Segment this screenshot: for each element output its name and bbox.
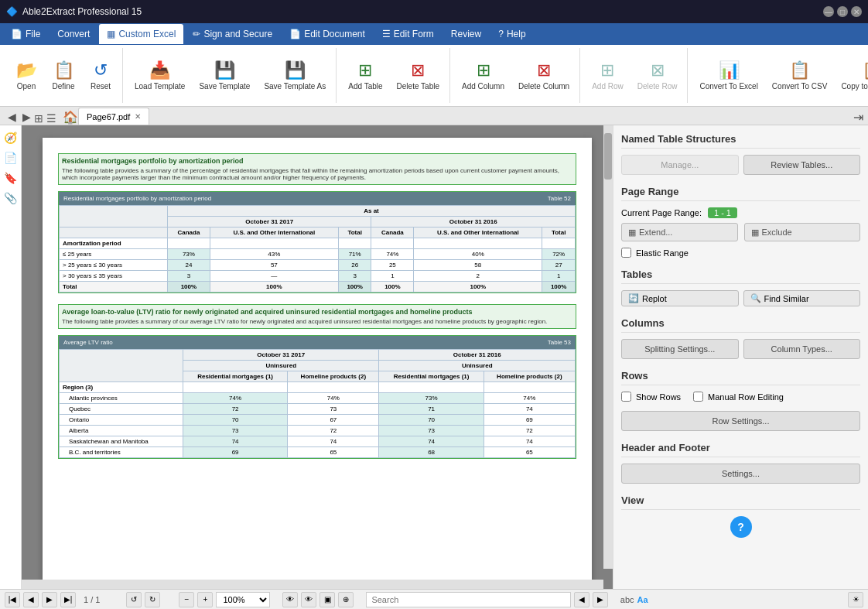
sun-icon-button[interactable]: ☀ xyxy=(848,592,863,607)
tab-nav-left[interactable]: ◀ xyxy=(5,109,19,125)
save-template-label: Save Template xyxy=(199,82,250,91)
cell xyxy=(288,382,379,393)
load-template-button[interactable]: 📥 Load Template xyxy=(129,53,190,99)
open-label: Open xyxy=(17,82,36,91)
tab-close-icon[interactable]: ✕ xyxy=(135,112,141,121)
cell: 73% xyxy=(379,393,484,404)
delete-column-button[interactable]: ⊠ Delete Column xyxy=(513,53,575,99)
sidebar-page-icon[interactable]: 📄 xyxy=(2,149,20,167)
menu-file[interactable]: 📄 File xyxy=(3,24,48,44)
document-area[interactable]: Residential mortgages portfolio by amort… xyxy=(22,125,613,589)
add-row-button[interactable]: ⊞ Add Row xyxy=(586,53,629,99)
save-template-as-button[interactable]: 💾 Save Template As xyxy=(258,53,331,99)
add-table-button[interactable]: ⊞ Add Table xyxy=(343,53,388,99)
expand-icon[interactable]: ⇥ xyxy=(853,110,863,125)
convert-to-excel-button[interactable]: 📊 Convert To Excel xyxy=(694,53,763,99)
add-column-button[interactable]: ⊞ Add Column xyxy=(456,53,510,99)
cell: 26 xyxy=(338,260,371,271)
menu-custom-excel[interactable]: ▦ Custom Excel xyxy=(99,24,183,44)
exclude-button[interactable]: ▦ Exclude xyxy=(744,223,861,241)
open-button[interactable]: 📂 Open xyxy=(9,53,43,99)
nav-prev-button[interactable]: ◀ xyxy=(23,592,39,607)
row-label: Atlantic provinces xyxy=(60,393,183,404)
sidebar-list-icon[interactable]: ☰ xyxy=(46,112,56,125)
home-icon[interactable]: 🏠 xyxy=(63,110,78,125)
tab-nav-right[interactable]: ▶ xyxy=(19,109,34,125)
table1-title-block: Residential mortgages portfolio by amort… xyxy=(58,153,576,185)
th-total-2: Total xyxy=(542,228,576,238)
table2-number: Table 53 xyxy=(548,339,571,346)
nav-last-button[interactable]: ▶| xyxy=(60,592,76,607)
menu-edit-form[interactable]: ☰ Edit Form xyxy=(374,24,442,44)
help-button[interactable]: ? xyxy=(730,516,752,538)
delete-table-button[interactable]: ⊠ Delete Table xyxy=(391,53,445,99)
view-mode-button[interactable]: 👁 xyxy=(282,592,298,607)
minimize-button[interactable]: — xyxy=(823,6,834,17)
save-template-button[interactable]: 💾 Save Template xyxy=(193,53,255,99)
maximize-button[interactable]: □ xyxy=(837,6,848,17)
zoom-select[interactable]: 100% 75% 125% 150% xyxy=(216,592,270,607)
table1-header-title: Residential mortgages portfolio by amort… xyxy=(63,195,211,202)
search-next-button[interactable]: ▶ xyxy=(593,592,608,607)
redo-button[interactable]: ↻ xyxy=(145,592,160,607)
manage-button[interactable]: Manage... xyxy=(621,155,739,175)
reset-button[interactable]: ↺ Reset xyxy=(84,53,118,99)
menu-sign-secure[interactable]: ✏ Sign and Secure xyxy=(185,24,280,44)
copy-clipboard-button[interactable]: 📋 Copy to Clipboard xyxy=(836,53,868,99)
row-settings-button[interactable]: Row Settings... xyxy=(621,411,860,431)
sidebar-nav-icon[interactable]: 🧭 xyxy=(2,128,20,147)
zoom-in-button[interactable]: + xyxy=(197,592,213,607)
convert-to-csv-button[interactable]: 📋 Convert To CSV xyxy=(767,53,833,99)
replot-button[interactable]: 🔄 Replot xyxy=(621,290,739,306)
cell: 72 xyxy=(183,404,288,415)
cell: 67 xyxy=(288,415,379,426)
search-input[interactable] xyxy=(366,592,570,607)
show-rows-checkbox[interactable] xyxy=(621,392,631,402)
splitting-settings-button[interactable]: Splitting Settings... xyxy=(621,339,739,359)
case-sensitive-toggle[interactable]: Aa xyxy=(637,595,648,604)
horizontal-scrollbar[interactable] xyxy=(22,580,603,589)
row-label-total: Total xyxy=(60,282,168,293)
table2-title-text: Average loan-to-value (LTV) ratio for ne… xyxy=(62,308,572,316)
manage-review-row: Manage... Review Tables... xyxy=(621,155,860,175)
search-prev-button[interactable]: ◀ xyxy=(574,592,589,607)
elastic-range-checkbox[interactable] xyxy=(621,248,631,258)
extend-button[interactable]: ▦ Extend... xyxy=(621,223,738,241)
app-title: Able2Extract Professional 15 xyxy=(22,6,142,17)
define-button[interactable]: 📋 Define xyxy=(46,53,80,99)
header-footer-settings-button[interactable]: Settings... xyxy=(621,464,860,484)
th-label xyxy=(60,228,168,238)
delete-table-icon: ⊠ xyxy=(411,60,425,80)
menu-convert[interactable]: Convert xyxy=(50,24,97,44)
menu-help[interactable]: ? Help xyxy=(490,24,533,44)
undo-button[interactable]: ↺ xyxy=(126,592,142,607)
delete-row-button[interactable]: ⊠ Delete Row xyxy=(632,53,683,99)
nav-first-button[interactable]: |◀ xyxy=(5,592,20,607)
view-mode3-button[interactable]: ▣ xyxy=(320,592,335,607)
scrollbar-thumb[interactable] xyxy=(604,133,612,180)
tab-label: Page67.pdf xyxy=(87,112,130,121)
view-mode4-button[interactable]: ⊕ xyxy=(338,592,354,607)
review-tables-button[interactable]: Review Tables... xyxy=(743,155,861,175)
sidebar-grid-icon[interactable]: ⊞ xyxy=(34,112,43,125)
find-similar-button[interactable]: 🔍 Find Similar xyxy=(743,290,861,306)
menu-review[interactable]: Review xyxy=(443,24,489,44)
sidebar-bookmark-icon[interactable]: 🔖 xyxy=(2,169,20,187)
row-label: Ontario xyxy=(60,415,183,426)
view-mode2-button[interactable]: 👁 xyxy=(301,592,316,607)
cell: 74 xyxy=(379,436,484,447)
tab-page67[interactable]: Page67.pdf ✕ xyxy=(78,108,149,125)
close-button[interactable]: ✕ xyxy=(851,6,862,17)
column-types-button[interactable]: Column Types... xyxy=(743,339,861,359)
sidebar-attachment-icon[interactable]: 📎 xyxy=(2,189,20,207)
menu-edit-document[interactable]: 📄 Edit Document xyxy=(282,24,373,44)
manual-row-editing-checkbox[interactable] xyxy=(693,392,703,402)
vertical-scrollbar[interactable] xyxy=(603,125,613,569)
table-header-row-sub: Canada U.S. and Other International Tota… xyxy=(60,228,576,238)
nav-next-button[interactable]: ▶ xyxy=(42,592,57,607)
ribbon-group-column: ⊞ Add Column ⊠ Delete Column xyxy=(452,48,580,103)
edit-document-label: Edit Document xyxy=(304,29,365,39)
cell: 74 xyxy=(288,436,379,447)
row-label: Quebec xyxy=(60,404,183,415)
zoom-out-button[interactable]: − xyxy=(179,592,194,607)
